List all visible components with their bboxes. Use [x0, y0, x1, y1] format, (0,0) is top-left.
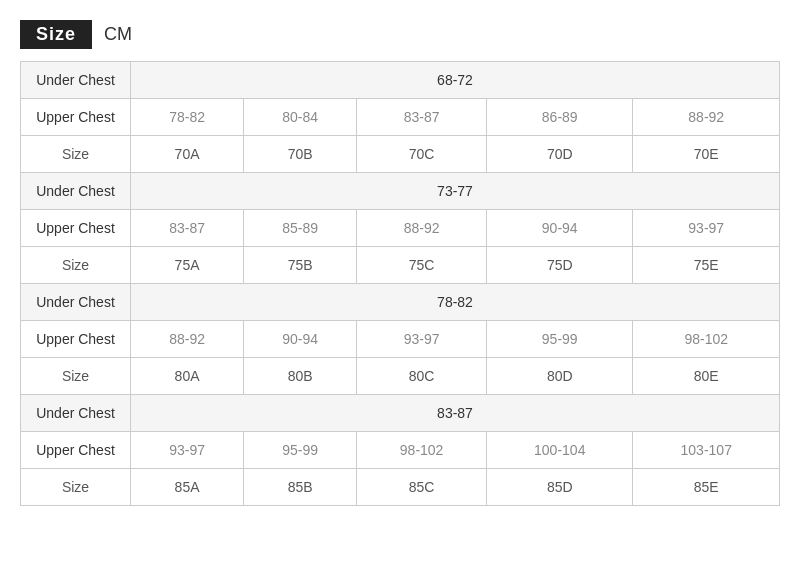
upper-chest-label: Upper Chest — [21, 210, 131, 247]
under-chest-value: 78-82 — [131, 284, 780, 321]
upper-chest-value: 100-104 — [487, 432, 633, 469]
under-chest-value: 68-72 — [131, 62, 780, 99]
upper-chest-label: Upper Chest — [21, 432, 131, 469]
upper-chest-value: 83-87 — [131, 210, 244, 247]
size-label: Size — [21, 136, 131, 173]
size-value: 85D — [487, 469, 633, 506]
upper-chest-value: 90-94 — [244, 321, 357, 358]
unit-label: CM — [104, 24, 132, 45]
under-chest-label: Under Chest — [21, 62, 131, 99]
size-label: Size — [21, 247, 131, 284]
size-value: 75D — [487, 247, 633, 284]
size-value: 70B — [244, 136, 357, 173]
size-value: 85A — [131, 469, 244, 506]
size-value: 85B — [244, 469, 357, 506]
upper-chest-value: 103-107 — [633, 432, 780, 469]
upper-chest-value: 95-99 — [244, 432, 357, 469]
size-value: 75E — [633, 247, 780, 284]
size-value: 80E — [633, 358, 780, 395]
size-table: Under Chest68-72Upper Chest78-8280-8483-… — [20, 61, 780, 506]
size-value: 85C — [357, 469, 487, 506]
upper-chest-value: 88-92 — [131, 321, 244, 358]
upper-chest-label: Upper Chest — [21, 321, 131, 358]
upper-chest-value: 83-87 — [357, 99, 487, 136]
size-value: 70C — [357, 136, 487, 173]
upper-chest-value: 85-89 — [244, 210, 357, 247]
size-value: 70E — [633, 136, 780, 173]
upper-chest-value: 95-99 — [487, 321, 633, 358]
under-chest-label: Under Chest — [21, 173, 131, 210]
table-header: Size CM — [20, 20, 780, 49]
size-value: 70D — [487, 136, 633, 173]
page-container: Size CM Under Chest68-72Upper Chest78-82… — [20, 20, 780, 506]
size-value: 85E — [633, 469, 780, 506]
size-value: 80B — [244, 358, 357, 395]
upper-chest-value: 88-92 — [357, 210, 487, 247]
size-value: 80C — [357, 358, 487, 395]
size-value: 70A — [131, 136, 244, 173]
under-chest-value: 83-87 — [131, 395, 780, 432]
size-badge: Size — [20, 20, 92, 49]
upper-chest-value: 98-102 — [357, 432, 487, 469]
size-value: 80A — [131, 358, 244, 395]
upper-chest-value: 78-82 — [131, 99, 244, 136]
upper-chest-value: 80-84 — [244, 99, 357, 136]
under-chest-value: 73-77 — [131, 173, 780, 210]
under-chest-label: Under Chest — [21, 395, 131, 432]
size-label: Size — [21, 358, 131, 395]
under-chest-label: Under Chest — [21, 284, 131, 321]
upper-chest-value: 98-102 — [633, 321, 780, 358]
upper-chest-value: 86-89 — [487, 99, 633, 136]
upper-chest-label: Upper Chest — [21, 99, 131, 136]
upper-chest-value: 93-97 — [357, 321, 487, 358]
upper-chest-value: 93-97 — [131, 432, 244, 469]
size-value: 75B — [244, 247, 357, 284]
size-value: 75C — [357, 247, 487, 284]
upper-chest-value: 90-94 — [487, 210, 633, 247]
size-value: 75A — [131, 247, 244, 284]
upper-chest-value: 88-92 — [633, 99, 780, 136]
size-value: 80D — [487, 358, 633, 395]
upper-chest-value: 93-97 — [633, 210, 780, 247]
size-label: Size — [21, 469, 131, 506]
